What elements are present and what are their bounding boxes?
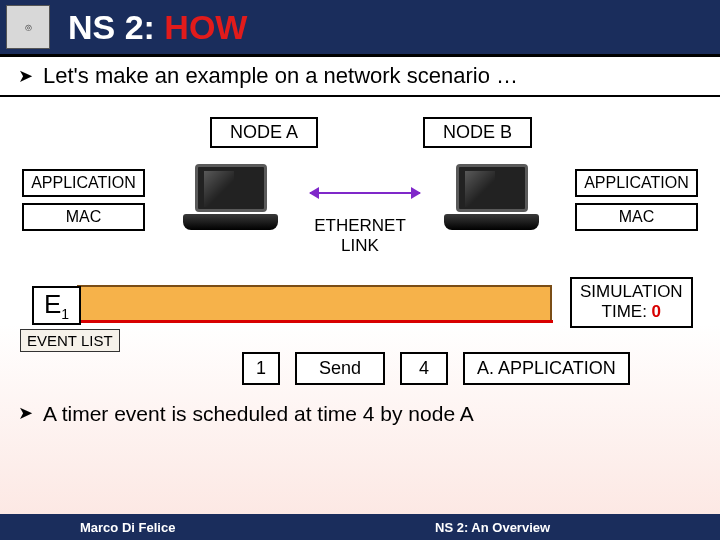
second-bullet-text: A timer event is scheduled at time 4 by … [43,402,474,426]
chevron-icon: ➤ [18,402,33,424]
timeline-baseline [76,320,553,323]
intro-text: Let's make an example on a network scena… [43,63,518,89]
node-b-label: NODE B [423,117,532,148]
ethernet-line1: ETHERNET [314,216,406,235]
title-emph: HOW [164,8,247,46]
intro-bullet: ➤ Let's make an example on a network sce… [0,55,720,97]
timeline-bar [77,285,552,323]
simtime-value: 0 [652,302,661,321]
laptop-a-icon [183,164,278,236]
diagram-area: NODE A NODE B APPLICATION MAC APPLICATIO… [0,97,720,437]
event-list-label: EVENT LIST [20,329,120,352]
event-marker: E1 [32,286,81,325]
event-id: 1 [242,352,280,385]
event-time: 4 [400,352,448,385]
footer-author: Marco Di Felice [0,520,175,535]
event-row: 1 Send 4 A. APPLICATION [242,352,630,385]
event-who: A. APPLICATION [463,352,630,385]
event-action: Send [295,352,385,385]
event-marker-sym: E [44,289,61,319]
simtime-l1: SIMULATION [580,282,683,301]
chevron-icon: ➤ [18,65,33,87]
title-bar: ◎ NS 2: HOW [0,0,720,55]
event-marker-sub: 1 [61,306,69,322]
simtime-l2-prefix: TIME: [602,302,652,321]
right-mac-layer: MAC [575,203,698,231]
title-prefix: NS 2: [68,8,164,46]
second-bullet: ➤ A timer event is scheduled at time 4 b… [0,402,700,426]
left-application-layer: APPLICATION [22,169,145,197]
left-mac-layer: MAC [22,203,145,231]
ethernet-line2: LINK [341,236,379,255]
laptop-b-icon [444,164,539,236]
link-arrow-icon [310,192,420,194]
simulation-time-box: SIMULATION TIME: 0 [570,277,693,328]
footer-bar: Marco Di Felice NS 2: An Overview [0,514,720,540]
ethernet-link-label: ETHERNET LINK [300,216,420,256]
slide-title: NS 2: HOW [68,8,247,47]
footer-title: NS 2: An Overview [435,520,550,535]
node-a-label: NODE A [210,117,318,148]
university-seal-icon: ◎ [6,5,50,49]
right-application-layer: APPLICATION [575,169,698,197]
